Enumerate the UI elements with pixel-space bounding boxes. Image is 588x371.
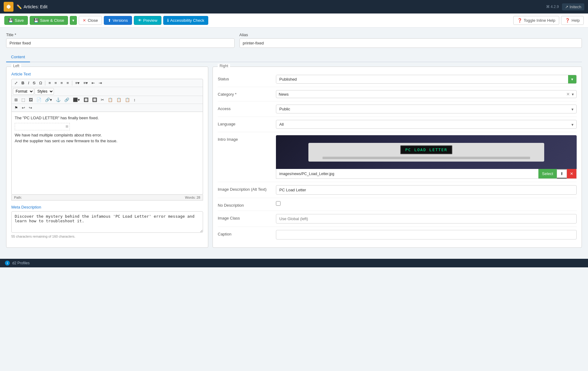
save-dropdown-button[interactable]: ▾ (70, 16, 77, 25)
no-desc-checkbox[interactable] (276, 201, 281, 206)
align-justify-btn[interactable]: ≡ (65, 80, 70, 86)
panels: Left Article Text ⤢ B I S Ω ≡ ≡ ≡ ≡ ≡▾ (6, 67, 582, 248)
copy-btn[interactable]: ⬚ (20, 97, 27, 103)
caption-row: Caption (218, 227, 577, 243)
alias-label: Alias (239, 33, 582, 37)
anchor-btn[interactable]: ⚓ (54, 97, 62, 103)
image-desc-input[interactable] (276, 185, 577, 195)
status-dropdown[interactable]: Published ▾ (276, 75, 577, 84)
remove-image-button[interactable]: ✕ (567, 169, 576, 178)
special-char-btn[interactable]: Ω (38, 80, 44, 86)
align-center-btn[interactable]: ≡ (53, 80, 58, 86)
no-desc-control (276, 201, 577, 206)
category-label: Category * (218, 90, 273, 97)
magic-btn[interactable]: ⚑ (13, 105, 20, 111)
italic-btn[interactable]: I (26, 80, 31, 86)
help-circle-icon: ❓ (517, 18, 522, 23)
versions-button[interactable]: ⬆ Versions (104, 16, 132, 25)
editor-text-line3: And the supplier has sent us new firmwar… (15, 138, 200, 144)
unlink-btn[interactable]: 🔗 (63, 97, 71, 103)
status-value: Published (276, 75, 568, 83)
intro-image-row: Intro Image PC LOAD LETTER (218, 132, 577, 182)
file-btn[interactable]: 📄 (35, 97, 43, 103)
paste2-btn[interactable]: 📋 (123, 97, 131, 103)
fullscreen-btn[interactable]: ⤢ (13, 80, 19, 86)
editor-toolbar-row4: ⚑ ↩ ↪ (12, 104, 203, 112)
status-arrow-btn[interactable]: ▾ (568, 75, 576, 83)
intro-image-preview: PC LOAD LETTER (276, 135, 577, 169)
logout-button[interactable]: ↗ Initech (562, 3, 584, 10)
redo-btn[interactable]: ↪ (27, 105, 34, 111)
save-close-button[interactable]: 💾 Save & Close (30, 16, 68, 25)
topbar: ✏️ Articles: Edit ⌘ 4.2.9 ↗ Initech (0, 0, 588, 13)
access-select[interactable]: Public (276, 105, 577, 113)
toolbar-sep1 (45, 81, 45, 86)
ul-btn[interactable]: ≡▾ (82, 80, 89, 86)
save-button[interactable]: 💾 Save (4, 16, 28, 25)
media-btn[interactable]: ⬛▾ (71, 97, 81, 103)
printer-paper-slot (322, 157, 530, 159)
indent-btn[interactable]: ⇥ (97, 80, 104, 86)
logout-icon: ↗ (565, 5, 568, 9)
undo-btn[interactable]: ↩ (20, 105, 27, 111)
tabs-bar: Content (6, 52, 582, 62)
status-label: Status (218, 75, 273, 81)
align-right-btn[interactable]: ≡ (59, 80, 65, 86)
iframe-btn[interactable]: 🔲 (82, 97, 90, 103)
preview-button[interactable]: 👁 Preview (134, 16, 161, 25)
info-icon: i (5, 261, 10, 266)
right-panel-label: Right (218, 64, 230, 68)
format-select[interactable]: Format (13, 88, 34, 95)
image-path-input[interactable] (276, 169, 538, 178)
alias-input[interactable] (239, 38, 582, 48)
strikethrough-btn[interactable]: S (31, 80, 37, 86)
styles-select[interactable]: Styles (35, 88, 54, 95)
category-dropdown[interactable]: News ✕ ▾ (276, 90, 577, 98)
align-left-btn[interactable]: ≡ (47, 80, 52, 86)
ol-btn[interactable]: ≡▾ (74, 80, 81, 86)
close-button[interactable]: ✕ Close (79, 16, 102, 25)
accessibility-button[interactable]: ℹ Accessibility Check (163, 16, 208, 25)
image-btn[interactable]: 🖼 (27, 97, 34, 103)
upload-button[interactable]: ⬆ (557, 169, 567, 178)
outdent-btn[interactable]: ⇤ (90, 80, 96, 86)
image-class-label: Image Class (218, 214, 273, 220)
image-desc-row: Image Description (Alt Text) (218, 182, 577, 198)
bold-btn[interactable]: B (20, 80, 26, 86)
language-select[interactable]: All (276, 120, 577, 129)
meta-textarea[interactable]: Discover the mystery behind the infamous… (11, 211, 203, 233)
title-field-group: Title * (6, 33, 235, 48)
copy2-btn[interactable]: 📋 (106, 97, 114, 103)
link-btn[interactable]: 🔗▾ (43, 97, 54, 103)
version-label: ⌘ 4.2.9 (546, 5, 559, 9)
editor-path-bar: Path: Words: 28 (11, 195, 203, 201)
versions-icon: ⬆ (108, 18, 111, 23)
category-arrow-icon[interactable]: ▾ (572, 92, 574, 97)
editor-content[interactable]: The "PC LOAD LETTER" has finally been fi… (11, 112, 203, 195)
preview-icon: 👁 (138, 18, 142, 23)
left-panel: Left Article Text ⤢ B I S Ω ≡ ≡ ≡ ≡ ≡▾ (6, 67, 208, 248)
category-clear-icon[interactable]: ✕ (566, 92, 570, 97)
tab-content[interactable]: Content (6, 52, 30, 62)
table-btn[interactable]: ⊞ (13, 97, 19, 103)
category-control: News ✕ ▾ (276, 90, 577, 98)
editor-image-dashed: ⊞ (15, 123, 70, 130)
editor-toolbar-row1: ⤢ B I S Ω ≡ ≡ ≡ ≡ ≡▾ ≡▾ ⇤ ⇥ (12, 79, 203, 87)
title-input[interactable] (6, 38, 235, 48)
question-icon: ❓ (565, 18, 570, 23)
image-placeholder: PC LOAD LETTER (276, 135, 577, 169)
main-content: Title * Alias Content Left Article Text … (0, 28, 588, 253)
clear-btn[interactable]: ↕ (132, 97, 137, 103)
toolbar-sep2 (72, 81, 72, 86)
caption-input[interactable] (276, 230, 577, 239)
help-button[interactable]: ❓ Help (561, 16, 584, 25)
image-path-row: Select ⬆ ✕ (276, 169, 577, 179)
toggle-help-button[interactable]: ❓ Toggle Inline Help (513, 16, 559, 25)
intro-image-control: PC LOAD LETTER Select (276, 135, 577, 179)
paste-btn[interactable]: 📋 (115, 97, 123, 103)
embed-btn[interactable]: 🔲 (91, 97, 99, 103)
select-button[interactable]: Select (538, 169, 557, 178)
cut-btn[interactable]: ✂ (99, 97, 106, 103)
meta-desc-label: Meta Description (11, 205, 203, 209)
image-class-input[interactable] (276, 214, 577, 224)
